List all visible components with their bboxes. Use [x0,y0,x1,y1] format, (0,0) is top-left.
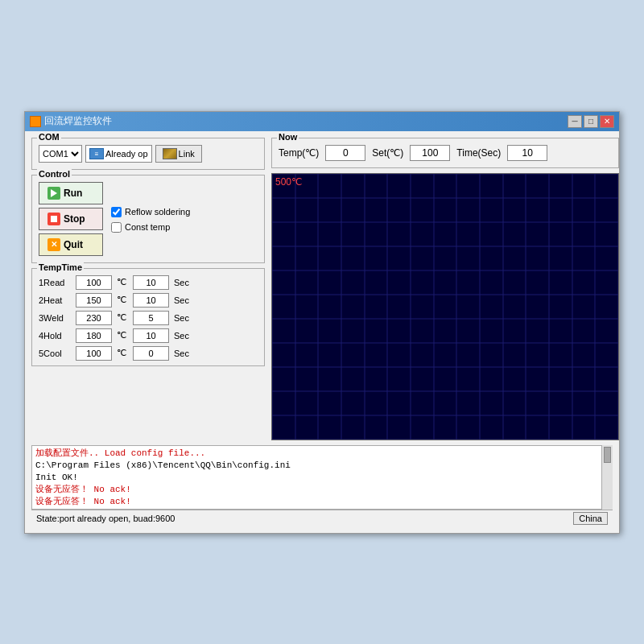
run-button[interactable]: Run [39,182,103,204]
set-input[interactable] [410,145,450,161]
link-icon [163,148,177,159]
com-select-wrapper: COM1 COM2 COM3 [39,145,82,163]
quit-label: Quit [64,239,83,250]
already-icon: ≡ [89,148,104,159]
tt-row: 5Cool ℃ Sec [39,346,258,361]
com-group: COM COM1 COM2 COM3 ≡ Already op [31,138,265,170]
scrollbar-track[interactable] [601,445,613,510]
title-bar-controls: ─ □ ✕ [568,115,614,128]
chart-canvas [272,174,618,440]
tt-row: 4Hold ℃ Sec [39,328,258,343]
main-window: 回流焊监控软件 ─ □ ✕ COM COM1 COM2 [24,111,620,534]
log-line: C:\Program Files (x86)\Tencent\QQ\Bin\co… [35,460,609,472]
com-select[interactable]: COM1 COM2 COM3 [39,145,82,163]
now-section: Now Temp(℃) Set(℃) Time(Sec) [271,138,619,168]
china-button[interactable]: China [573,512,608,525]
run-icon [47,187,60,200]
tt-temp-input-1[interactable] [76,293,112,308]
stop-label: Stop [64,213,85,225]
com-row: COM1 COM2 COM3 ≡ Already op Link [39,145,258,163]
tt-row: 1Read ℃ Sec [39,275,258,290]
tt-sec-unit-3: Sec [174,331,189,341]
tt-sec-input-4[interactable] [133,346,169,361]
tt-sec-input-1[interactable] [133,293,169,308]
temp-time-label: TempTime [37,262,84,272]
main-content: COM COM1 COM2 COM3 ≡ Already op [25,131,619,533]
already-label: Already op [105,149,148,159]
tt-name-1: 2Heat [39,295,71,305]
reflow-checkbox[interactable] [111,207,122,217]
left-panel: COM COM1 COM2 COM3 ≡ Already op [31,138,265,440]
tt-temp-unit-2: ℃ [117,312,128,323]
chart-container [271,173,619,440]
tt-temp-input-0[interactable] [76,275,112,290]
tt-name-3: 4Hold [39,331,71,341]
already-button[interactable]: ≡ Already op [85,145,152,163]
log-line: 设备无应答！ No ack! [35,496,609,508]
tt-name-4: 5Cool [39,349,71,358]
tt-name-0: 1Read [39,278,71,287]
checkbox-col: Reflow soldering Const temp [111,182,190,256]
app-icon [30,116,41,127]
log-line: 加载配置文件.. Load config file... [35,448,609,460]
control-group-label: Control [37,169,72,179]
time-label: Time(Sec) [456,147,501,159]
temp-time-rows: 1Read ℃ Sec 2Heat ℃ Sec 3Weld ℃ Sec 4Hol… [39,275,258,361]
status-bar: State:port already open, buad:9600 China [31,510,613,526]
tt-sec-unit-2: Sec [174,313,189,323]
tt-row: 3Weld ℃ Sec [39,311,258,325]
log-wrapper: 加载配置文件.. Load config file...C:\Program F… [31,445,613,510]
tt-temp-input-4[interactable] [76,346,112,361]
now-row: Temp(℃) Set(℃) Time(Sec) [279,145,612,161]
link-label: Link [179,149,195,159]
minimize-button[interactable]: ─ [568,115,582,128]
stop-button[interactable]: Stop [39,208,103,230]
title-bar-left: 回流焊监控软件 [30,114,112,128]
window-title: 回流焊监控软件 [44,114,112,128]
tt-temp-unit-1: ℃ [117,295,128,305]
x-icon: ✕ [51,240,57,249]
time-input[interactable] [507,145,547,161]
tt-temp-unit-0: ℃ [117,277,128,287]
reflow-checkbox-row: Reflow soldering [111,207,190,217]
control-buttons: Run Stop ✕ [39,182,103,256]
log-area[interactable]: 加载配置文件.. Load config file...C:\Program F… [31,445,613,510]
tt-sec-input-0[interactable] [133,275,169,290]
tt-temp-unit-4: ℃ [117,348,128,358]
const-checkbox[interactable] [111,222,122,233]
close-button[interactable]: ✕ [600,115,614,128]
log-line: 设备无应答！ No ack! [35,484,609,496]
log-line: Init OK! [35,472,609,484]
stop-square-icon [51,216,57,222]
tt-sec-unit-4: Sec [174,349,189,358]
const-checkbox-row: Const temp [111,222,190,233]
tt-temp-input-2[interactable] [76,311,112,325]
quit-button[interactable]: ✕ Quit [39,233,103,256]
set-label: Set(℃) [372,147,403,159]
control-group: Control Run [31,175,265,263]
tt-temp-unit-3: ℃ [117,330,128,341]
tt-sec-input-3[interactable] [133,328,169,343]
play-icon [51,189,57,197]
now-label: Now [277,132,299,142]
scrollbar-thumb[interactable] [604,447,611,463]
title-bar: 回流焊监控软件 ─ □ ✕ [25,112,619,131]
status-text: State:port already open, buad:9600 [36,514,175,523]
maximize-button[interactable]: □ [584,115,598,128]
tt-sec-input-2[interactable] [133,311,169,325]
tt-name-2: 3Weld [39,313,71,323]
const-label: Const temp [125,222,170,232]
temp-time-section: TempTime 1Read ℃ Sec 2Heat ℃ Sec 3Weld ℃… [31,268,265,366]
link-button[interactable]: Link [155,145,202,163]
quit-icon: ✕ [47,238,60,251]
temp-label: Temp(℃) [279,147,319,159]
run-label: Run [64,188,82,199]
top-section: COM COM1 COM2 COM3 ≡ Already op [31,138,613,440]
tt-row: 2Heat ℃ Sec [39,293,258,308]
tt-temp-input-3[interactable] [76,328,112,343]
temp-input[interactable] [325,145,365,161]
stop-icon [47,213,60,225]
com-group-label: COM [37,132,61,142]
tt-sec-unit-0: Sec [174,278,189,287]
control-section: Run Stop ✕ [39,182,258,256]
